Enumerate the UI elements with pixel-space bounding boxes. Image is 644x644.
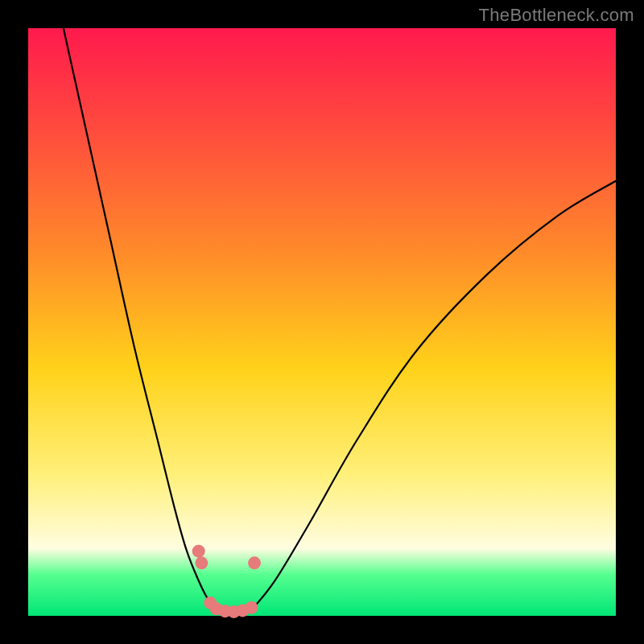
plot-area <box>28 28 616 616</box>
watermark-text: TheBottleneck.com <box>479 5 634 26</box>
marker-group <box>192 545 261 618</box>
balance-marker <box>248 556 261 569</box>
curve-group <box>64 28 616 614</box>
balance-marker <box>192 545 205 558</box>
bottleneck-curve-right <box>251 181 616 610</box>
bottleneck-curve-left <box>64 28 217 610</box>
outer-frame: TheBottleneck.com <box>0 0 644 644</box>
balance-marker <box>195 556 208 569</box>
chart-overlay <box>28 28 616 616</box>
balance-marker <box>245 601 258 614</box>
